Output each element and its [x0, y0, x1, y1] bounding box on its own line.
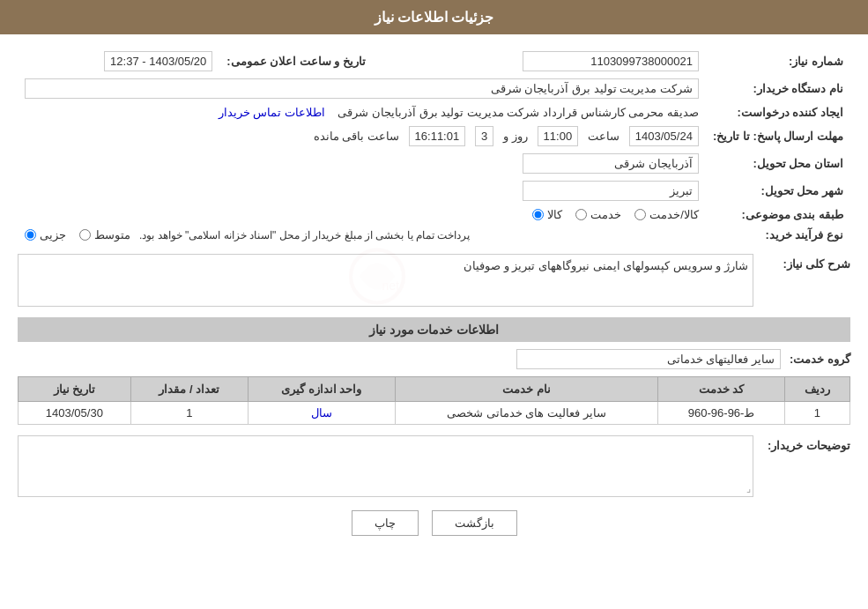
service-group-row: گروه خدمت: سایر فعالیتهای خدماتی	[18, 349, 850, 369]
process-option-partial[interactable]: جزیی	[25, 228, 66, 241]
services-table-body: 1 ط-96-96-960 سایر فعالیت های خدماتی شخص…	[19, 402, 850, 425]
need-description-value[interactable]: شارژ و سرویس کپسولهای ایمنی نیروگاههای ت…	[18, 254, 753, 307]
buyer-description-wrapper: ⌟	[18, 435, 753, 497]
services-table-header: ردیف کد خدمت نام خدمت واحد اندازه گیری ت…	[19, 377, 850, 402]
cell-date: 1403/05/30	[19, 402, 131, 425]
textarea-corner-icon: ⌟	[746, 483, 751, 494]
process-partial-label: جزیی	[40, 228, 66, 241]
category-option-service[interactable]: خدمت	[575, 208, 621, 221]
category-label: طبقه بندی موضوعی:	[706, 204, 850, 225]
cell-row-number: 1	[784, 402, 849, 425]
cell-service-name: سایر فعالیت های خدماتی شخصی	[395, 402, 658, 425]
creator-value: صدیقه محرمی کارشناس قرارداد شرکت مدیریت …	[338, 106, 699, 119]
buyer-description-section: توضیحات خریدار: ⌟	[18, 435, 850, 497]
response-clock: 16:11:01	[409, 126, 466, 146]
response-time: 11:00	[538, 126, 579, 146]
row-process-type: نوع فرآیند خرید: متوسط جزیی	[18, 225, 850, 245]
category-goods-service-label: کالا/خدمت	[649, 208, 699, 221]
buyer-org-value: شرکت مدیریت تولید برق آذربایجان شرقی	[25, 78, 699, 99]
province-value: آذربایجان شرقی	[523, 153, 699, 174]
col-quantity: تعداد / مقدار	[130, 377, 248, 402]
creator-link[interactable]: اطلاعات تماس خریدار	[219, 106, 325, 119]
response-date: 1403/05/24	[629, 126, 699, 146]
row-need-number: شماره نیاز: 1103099738000021 تاریخ و ساع…	[18, 48, 850, 75]
back-button[interactable]: بازگشت	[432, 510, 517, 536]
col-service-code: کد خدمت	[658, 377, 784, 402]
need-description-label: شرح کلی نیاز:	[762, 254, 850, 271]
main-info-table: شماره نیاز: 1103099738000021 تاریخ و ساع…	[18, 48, 850, 245]
response-remain-label: ساعت باقی مانده	[314, 130, 399, 143]
service-group-value: سایر فعالیتهای خدماتی	[516, 349, 781, 369]
category-option-goods-service[interactable]: کالا/خدمت	[634, 208, 699, 221]
buyer-description-value[interactable]	[18, 435, 753, 497]
category-radio-goods-service[interactable]	[634, 209, 646, 220]
city-value: تبریز	[523, 181, 699, 201]
announce-datetime-value: 1403/05/20 - 12:37	[104, 51, 212, 71]
creator-label: ایجاد کننده درخواست:	[706, 102, 850, 123]
category-radio-service[interactable]	[575, 209, 587, 220]
process-radio-partial[interactable]	[25, 229, 36, 241]
process-notice: پرداخت تمام یا بخشی از مبلغ خریدار از مح…	[139, 229, 470, 241]
col-unit: واحد اندازه گیری	[249, 377, 396, 402]
need-description-section: شرح کلی نیاز: شارژ و سرویس کپسولهای ایمن…	[18, 254, 850, 307]
need-number-value: 1103099738000021	[523, 51, 699, 71]
category-radio-group: کالا/خدمت خدمت کالا	[532, 208, 699, 221]
buyer-org-label: نام دستگاه خریدار:	[706, 75, 850, 102]
buttons-row: بازگشت چاپ	[18, 510, 850, 536]
services-section-title: اطلاعات خدمات مورد نیاز	[18, 317, 850, 342]
province-label: استان محل تحویل:	[706, 150, 850, 177]
category-goods-label: کالا	[547, 208, 562, 221]
print-button[interactable]: چاپ	[352, 510, 419, 536]
category-option-goods[interactable]: کالا	[532, 208, 562, 221]
process-type-label: نوع فرآیند خرید:	[706, 225, 850, 245]
process-type-container: متوسط جزیی پرداخت تمام یا بخشی از مبلغ خ…	[25, 228, 699, 241]
row-city: شهر محل تحویل: تبریز	[18, 177, 850, 204]
process-option-medium[interactable]: متوسط	[79, 228, 130, 241]
services-table: ردیف کد خدمت نام خدمت واحد اندازه گیری ت…	[18, 376, 850, 425]
process-radio-group: متوسط جزیی	[25, 228, 130, 241]
announce-datetime-label: تاریخ و ساعت اعلان عمومی:	[219, 48, 392, 75]
response-day-label: روز و	[503, 130, 528, 143]
page-header: جزئیات اطلاعات نیاز	[0, 0, 868, 34]
cell-unit: سال	[249, 402, 396, 425]
row-province: استان محل تحویل: آذربایجان شرقی	[18, 150, 850, 177]
col-date: تاریخ نیاز	[19, 377, 131, 402]
row-category: طبقه بندی موضوعی: کالا/خدمت خدمت	[18, 204, 850, 225]
need-description-wrapper: شارژ و سرویس کپسولهای ایمنی نیروگاههای ت…	[18, 254, 753, 307]
response-time-label: ساعت	[588, 130, 619, 143]
col-row-number: ردیف	[784, 377, 849, 402]
page-title: جزئیات اطلاعات نیاز	[375, 10, 494, 25]
row-response-deadline: مهلت ارسال پاسخ: تا تاریخ: 1403/05/24 سا…	[18, 123, 850, 150]
buyer-description-label: توضیحات خریدار:	[762, 435, 850, 452]
cell-service-code: ط-96-96-960	[658, 402, 784, 425]
process-medium-label: متوسط	[94, 228, 130, 241]
response-deadline-label: مهلت ارسال پاسخ: تا تاریخ:	[706, 123, 850, 150]
page-wrapper: جزئیات اطلاعات نیاز شماره نیاز: 11030997…	[0, 0, 868, 609]
row-buyer-org: نام دستگاه خریدار: شرکت مدیریت تولید برق…	[18, 75, 850, 102]
city-label: شهر محل تحویل:	[706, 177, 850, 204]
need-description-row: شرح کلی نیاز: شارژ و سرویس کپسولهای ایمن…	[18, 254, 850, 307]
service-group-label: گروه خدمت:	[790, 353, 850, 366]
cell-quantity: 1	[130, 402, 248, 425]
main-content: شماره نیاز: 1103099738000021 تاریخ و ساع…	[0, 34, 868, 562]
category-service-label: خدمت	[590, 208, 621, 221]
category-radio-goods[interactable]	[532, 209, 544, 220]
process-radio-medium[interactable]	[79, 229, 91, 241]
row-creator: ایجاد کننده درخواست: صدیقه محرمی کارشناس…	[18, 102, 850, 123]
response-days: 3	[475, 126, 493, 146]
need-number-label: شماره نیاز:	[706, 48, 850, 75]
table-row: 1 ط-96-96-960 سایر فعالیت های خدماتی شخص…	[19, 402, 850, 425]
col-service-name: نام خدمت	[395, 377, 658, 402]
